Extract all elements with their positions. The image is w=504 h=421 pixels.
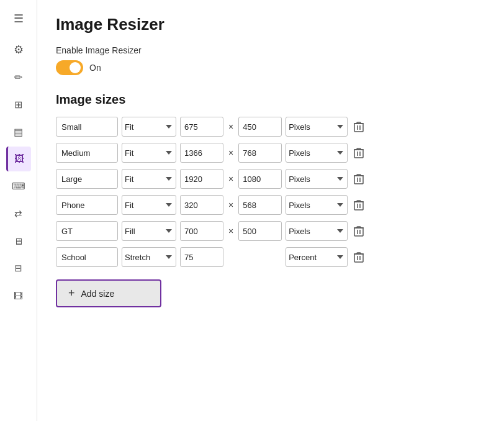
enable-toggle[interactable]	[56, 60, 83, 75]
main-content: Image Resizer Enable Image Resizer On Im…	[37, 0, 504, 421]
fit-select[interactable]: FitFillStretchCrop	[122, 143, 176, 163]
delete-button[interactable]	[351, 171, 366, 187]
width-input[interactable]	[180, 169, 223, 189]
svg-rect-8	[354, 176, 363, 184]
svg-rect-20	[354, 254, 363, 262]
sidebar-item-fileexplorer[interactable]: ▤	[6, 119, 31, 144]
fancyzones-icon: ⊞	[14, 99, 22, 111]
section-title-image-sizes: Image sizes	[56, 93, 485, 107]
width-input[interactable]	[180, 247, 223, 267]
fit-select[interactable]: FitFillStretchCrop	[122, 169, 176, 189]
fit-select[interactable]: FitFillStretchCrop	[122, 221, 176, 241]
sidebar-item-fancyzones[interactable]: ⊞	[6, 92, 31, 117]
menu-icon: ☰	[14, 12, 24, 25]
shortcutguide-icon: ⊟	[14, 263, 22, 274]
toggle-thumb	[70, 62, 81, 73]
add-size-label: Add size	[81, 289, 115, 299]
keyboard-icon: ⌨	[12, 181, 25, 192]
add-size-button[interactable]: + Add size	[56, 279, 161, 307]
size-name-input[interactable]	[56, 247, 118, 267]
x-separator: ×	[227, 226, 235, 236]
unit-select[interactable]: PixelsPercentInchesCentimeters	[286, 195, 348, 215]
unit-select[interactable]: PixelsPercentInchesCentimeters	[286, 169, 348, 189]
delete-button[interactable]	[351, 197, 366, 213]
toggle-row: On	[56, 60, 485, 75]
size-name-input[interactable]	[56, 169, 118, 189]
sidebar-item-menu[interactable]: ☰	[6, 6, 31, 31]
mouseutil-icon: ⇄	[14, 208, 22, 219]
svg-rect-4	[354, 150, 363, 158]
sidebar-item-mouseutil[interactable]: ⇄	[6, 201, 31, 226]
run-icon: 🖥	[14, 236, 23, 247]
x-separator: ×	[227, 174, 235, 184]
fit-select[interactable]: FitFillStretchCrop	[122, 195, 176, 215]
page-title: Image Resizer	[56, 15, 485, 34]
height-input[interactable]	[238, 117, 282, 137]
width-input[interactable]	[180, 117, 223, 137]
delete-button[interactable]	[351, 119, 366, 135]
x-separator: ×	[227, 122, 235, 132]
size-name-input[interactable]	[56, 117, 118, 137]
sidebar-item-videoconf[interactable]: 🎞	[6, 283, 31, 308]
table-row: FitFillStretchCrop × PixelsPercentInches…	[56, 221, 485, 241]
height-input[interactable]	[238, 143, 282, 163]
fit-select[interactable]: FitFillStretchCrop	[122, 117, 176, 137]
unit-select[interactable]: PixelsPercentInchesCentimeters	[286, 143, 348, 163]
table-row: FitFillStretchCrop × PixelsPercentInches…	[56, 195, 485, 215]
svg-rect-0	[354, 124, 363, 132]
height-input[interactable]	[238, 195, 282, 215]
fit-select[interactable]: FitFillStretchCrop	[122, 247, 176, 267]
unit-select[interactable]: PixelsPercentInchesCentimeters	[286, 221, 348, 241]
width-input[interactable]	[180, 221, 223, 241]
size-name-input[interactable]	[56, 143, 118, 163]
sidebar: ☰ ⚙ ✏ ⊞ ▤ 🖼 ⌨ ⇄ 🖥 ⊟ 🎞	[0, 0, 37, 421]
sidebar-item-shortcutguide[interactable]: ⊟	[6, 256, 31, 281]
table-row: FitFillStretchCrop × PixelsPercentInches…	[56, 117, 485, 137]
sidebar-item-imageresizer[interactable]: 🖼	[6, 147, 31, 171]
settings-icon: ⚙	[14, 43, 24, 57]
svg-rect-16	[354, 228, 363, 236]
enable-section: Enable Image Resizer On	[56, 45, 485, 75]
delete-button[interactable]	[351, 145, 366, 161]
size-rows: FitFillStretchCrop × PixelsPercentInches…	[56, 117, 485, 267]
delete-button[interactable]	[351, 223, 366, 239]
plus-icon: +	[68, 287, 75, 300]
svg-rect-12	[354, 202, 363, 210]
delete-button[interactable]	[351, 249, 366, 265]
sidebar-item-awake[interactable]: ✏	[6, 65, 31, 89]
unit-select[interactable]: PixelsPercentInchesCentimeters	[286, 247, 348, 267]
toggle-state-label: On	[89, 63, 101, 73]
sidebar-item-settings[interactable]: ⚙	[6, 37, 31, 62]
height-input[interactable]	[238, 169, 282, 189]
sidebar-item-run[interactable]: 🖥	[6, 229, 31, 253]
enable-label: Enable Image Resizer	[56, 45, 485, 55]
unit-select[interactable]: PixelsPercentInchesCentimeters	[286, 117, 348, 137]
x-separator: ×	[227, 200, 235, 210]
awake-icon: ✏	[14, 71, 22, 83]
imageresizer-icon: 🖼	[14, 153, 24, 165]
table-row: FitFillStretchCrop × PixelsPercentInches…	[56, 247, 485, 267]
height-input[interactable]	[238, 221, 282, 241]
x-separator: ×	[227, 148, 235, 158]
size-name-input[interactable]	[56, 221, 118, 241]
table-row: FitFillStretchCrop × PixelsPercentInches…	[56, 169, 485, 189]
table-row: FitFillStretchCrop × PixelsPercentInches…	[56, 143, 485, 163]
sidebar-item-keyboard[interactable]: ⌨	[6, 174, 31, 199]
videoconf-icon: 🎞	[14, 291, 23, 301]
width-input[interactable]	[180, 143, 223, 163]
width-input[interactable]	[180, 195, 223, 215]
size-name-input[interactable]	[56, 195, 118, 215]
fileexplorer-icon: ▤	[14, 126, 23, 138]
